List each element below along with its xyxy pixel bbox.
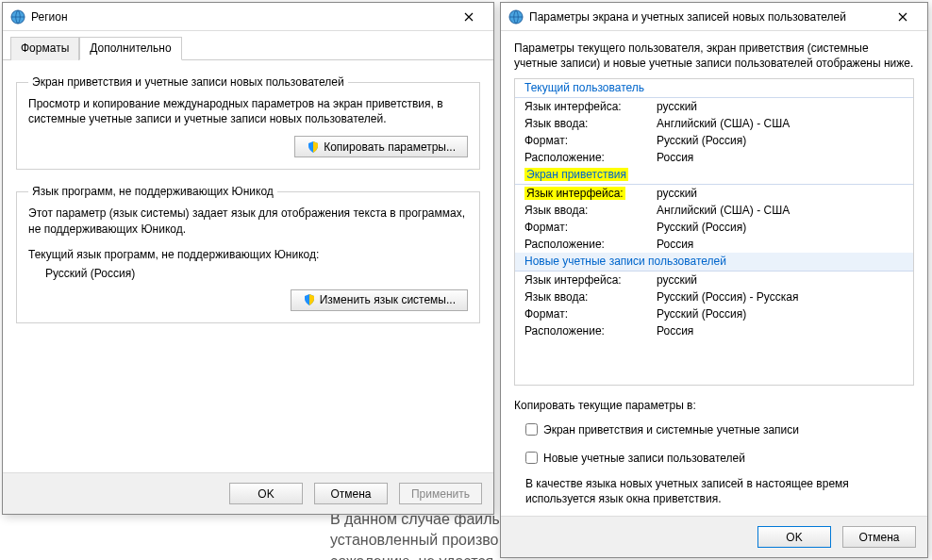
row-location: Расположение:Россия [515,236,913,253]
section-header-welcome: Экран приветствия [515,166,913,185]
value: Русский (Россия) - Русская [657,290,907,304]
value: русский [657,187,907,200]
window-title: Регион [31,10,447,24]
label: Язык ввода: [524,290,657,304]
highlighted-label: Язык интерфейса: [524,187,625,200]
globe-icon [508,9,524,25]
checkbox-new-users[interactable]: Новые учетные записи пользователей [514,452,914,465]
tab-additional[interactable]: Дополнительно [79,37,181,60]
titlebar[interactable]: Регион [3,3,493,31]
copy-settings-window: Параметры экрана и учетных записей новых… [500,2,928,558]
close-button[interactable] [881,4,924,30]
dialog-buttons: OK Отмена [501,516,927,557]
value: Русский (Россия) [657,307,907,321]
label: Формат: [524,307,657,321]
group-description: Просмотр и копирование международных пар… [28,96,468,126]
row-input-lang: Язык ввода:Английский (США) - США [515,115,913,132]
label: Язык интерфейса: [524,100,657,113]
button-label: Изменить язык системы... [320,293,456,306]
ok-button[interactable]: OK [229,483,303,504]
label: Расположение: [524,151,657,164]
cancel-button[interactable]: Отмена [842,526,916,548]
group-legend: Экран приветствия и учетные записи новых… [28,75,348,89]
current-lang-value: Русский (Россия) [28,261,468,280]
label: Формат: [524,134,657,147]
ok-button[interactable]: OK [757,526,831,548]
current-lang-label: Текущий язык программ, не поддерживающих… [28,248,468,261]
row-location: Расположение:Россия [515,322,913,339]
label: Расположение: [524,324,657,338]
section-header-current: Текущий пользователь [515,79,913,98]
section-header-label: Текущий пользователь [524,81,644,94]
welcome-accounts-group: Экран приветствия и учетные записи новых… [16,75,480,170]
label: Язык ввода: [524,204,657,217]
button-label: Копировать параметры... [324,140,456,154]
group-legend: Язык программ, не поддерживающих Юникод [28,185,277,198]
section-header-label: Новые учетные записи пользователей [524,255,726,268]
globe-icon [10,9,25,25]
label: Язык интерфейса: [524,273,657,287]
label: Язык интерфейса: [524,187,657,200]
value: Русский (Россия) [657,134,907,147]
titlebar[interactable]: Параметры экрана и учетных записей новых… [501,3,927,31]
copyto-label: Копировать текущие параметры в: [514,399,914,412]
value: Английский (США) - США [657,204,907,217]
value: русский [657,100,907,113]
checkbox-welcome-system[interactable]: Экран приветствия и системные учетные за… [514,423,914,436]
checkbox-label: Новые учетные записи пользователей [543,452,745,465]
group-description: Этот параметр (язык системы) задает язык… [28,206,468,236]
row-format: Формат:Русский (Россия) [515,305,913,322]
copy-settings-button[interactable]: Копировать параметры... [294,136,468,157]
row-location: Расположение:Россия [515,149,913,166]
value: русский [657,273,907,287]
change-system-lang-button[interactable]: Изменить язык системы... [291,289,468,311]
row-ui-lang: Язык интерфейса:русский [515,272,913,288]
apply-button[interactable]: Применить [399,483,482,504]
row-input-lang: Язык ввода:Английский (США) - США [515,202,913,219]
nonunicode-group: Язык программ, не поддерживающих Юникод … [16,185,480,322]
value: Английский (США) - США [657,117,907,130]
window-title: Параметры экрана и учетных записей новых… [529,10,881,24]
close-button[interactable] [447,4,490,30]
row-input-lang: Язык ввода:Русский (Россия) - Русская [515,288,913,305]
shield-icon [303,293,316,306]
label: Расположение: [524,238,657,251]
row-ui-lang: Язык интерфейса:русский [515,98,913,115]
shield-icon [307,140,320,154]
row-format: Формат:Русский (Россия) [515,132,913,149]
value: Россия [657,151,907,164]
value: Россия [657,324,907,338]
note-text: В качестве языка новых учетных записей в… [514,476,914,506]
label: Язык ввода: [524,117,657,130]
row-ui-lang: Язык интерфейса:русский [515,185,913,202]
value: Россия [657,238,907,251]
checkbox-input[interactable] [525,452,538,464]
row-format: Формат:Русский (Россия) [515,219,913,236]
value: Русский (Россия) [657,221,907,234]
tab-formats[interactable]: Форматы [10,37,79,60]
cancel-button[interactable]: Отмена [314,483,388,504]
checkbox-label: Экран приветствия и системные учетные за… [543,423,799,436]
tab-bar: Форматы Дополнительно [3,31,493,60]
section-header-newusers: Новые учетные записи пользователей [515,253,913,272]
label: Формат: [524,221,657,234]
section-header-label: Экран приветствия [524,168,628,181]
checkbox-input[interactable] [525,423,538,436]
settings-summary-frame: Текущий пользователь Язык интерфейса:рус… [514,78,914,385]
region-window: Регион Форматы Дополнительно Экран приве… [2,2,494,515]
dialog-buttons: OK Отмена Применить [3,472,493,514]
intro-text: Параметры текущего пользователя, экран п… [514,41,914,71]
